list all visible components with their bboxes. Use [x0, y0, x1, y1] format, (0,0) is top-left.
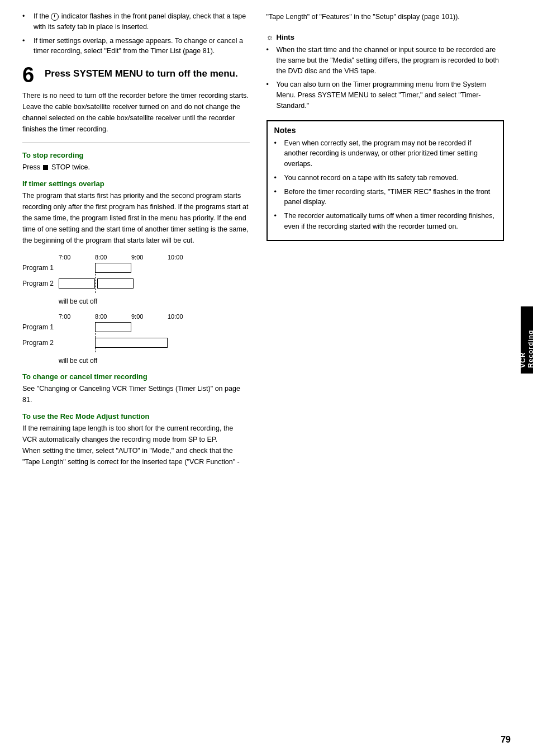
- chart2-cut-label: will be cut off: [59, 357, 250, 365]
- chart1-time-4: 10:00: [168, 254, 204, 261]
- notes-box: Notes • Even when correctly set, the pro…: [266, 120, 504, 241]
- top-bullet-list: • If the indicator flashes in the front …: [22, 11, 250, 56]
- bullet-dot-1: •: [22, 11, 31, 32]
- timer-overlap-body: The program that starts first has priori…: [22, 190, 250, 246]
- page-number: 79: [501, 735, 511, 745]
- chart2-dashed: [95, 324, 96, 352]
- stop-icon: [43, 165, 48, 170]
- timer-icon: [51, 13, 59, 21]
- bullet-item-1: • If the indicator flashes in the front …: [22, 11, 250, 32]
- stop-recording-title: To stop recording: [22, 151, 250, 159]
- right-top-text: "Tape Length" of "Features" in the "Setu…: [266, 11, 504, 22]
- chart2-time-3: 9:00: [131, 313, 168, 320]
- page-container: VCR Recording • If the indicator flashes…: [0, 0, 533, 756]
- rec-mode-line1: If the remaining tape length is too shor…: [22, 423, 250, 445]
- chart2: 7:00 8:00 9:00 10:00 Program 1: [22, 313, 250, 365]
- chart1-time-1: 7:00: [59, 254, 95, 261]
- step6-line2: Leave the cable box/satellite receiver t…: [22, 101, 250, 135]
- rec-mode-title: To use the Rec Mode Adjust function: [22, 412, 250, 420]
- hints-section: ☼ Hints • When the start time and the ch…: [266, 32, 504, 111]
- hints-icon: ☼: [266, 32, 274, 41]
- notes-item-3: • Before the timer recording starts, "TI…: [274, 187, 496, 208]
- chart2-program1-row: Program 1: [22, 322, 250, 332]
- chart2-program2-bar: [95, 338, 168, 348]
- step6-header: 6 Press SYSTEM MENU to turn off the menu…: [22, 64, 250, 86]
- notes-text-4: The recorder automatically turns off whe…: [284, 211, 496, 232]
- chart1: 7:00 8:00 9:00 10:00 Program 1: [22, 254, 250, 305]
- chart1-time-3: 9:00: [131, 254, 168, 261]
- step6-line1: There is no need to turn off the recorde…: [22, 90, 250, 101]
- chart2-program1-label: Program 1: [22, 323, 59, 331]
- rec-mode-line2: When setting the timer, select "AUTO" in…: [22, 445, 250, 467]
- notes-bullet-3: •: [274, 187, 282, 208]
- chart1-axis: 7:00 8:00 9:00 10:00: [59, 254, 250, 261]
- chart1-programs: Program 1 Program 2: [22, 263, 250, 289]
- notes-bullet-1: •: [274, 138, 282, 169]
- chart1-program2-label: Program 2: [22, 280, 59, 287]
- chart1-program2-bar-part1: [59, 278, 95, 289]
- chart1-program1-row: Program 1: [22, 263, 250, 273]
- chart1-program2-row: Program 2: [22, 278, 250, 289]
- notes-item-2: • You cannot record on a tape with its s…: [274, 173, 496, 183]
- divider-1: [22, 143, 250, 143]
- chart1-cut-label: will be cut off: [59, 297, 250, 305]
- main-content: • If the indicator flashes in the front …: [0, 0, 521, 756]
- hints-item-1: • When the start time and the channel or…: [266, 45, 504, 76]
- stop-recording-body: Press STOP twice.: [22, 162, 250, 173]
- rec-mode-section: To use the Rec Mode Adjust function If t…: [22, 412, 250, 467]
- chart2-time-4: 10:00: [168, 313, 204, 320]
- hints-bullet-1: •: [266, 45, 274, 76]
- hints-text-1: When the start time and the channel or i…: [277, 45, 504, 76]
- hints-title: ☼ Hints: [266, 32, 504, 41]
- notes-text-2: You cannot record on a tape with its saf…: [284, 173, 459, 183]
- notes-item-4: • The recorder automatically turns off w…: [274, 211, 496, 232]
- bullet-dot-2: •: [22, 36, 31, 57]
- chart1-program1-label: Program 1: [22, 264, 59, 272]
- timer-overlap-title: If timer settings overlap: [22, 179, 250, 188]
- chart2-programs: Program 1 Program 2: [22, 322, 250, 348]
- step6-number: 6: [22, 64, 39, 86]
- notes-bullet-4: •: [274, 211, 282, 232]
- right-column: "Tape Length" of "Features" in the "Setu…: [261, 11, 504, 745]
- step6-title: Press SYSTEM MENU to turn off the menu.: [45, 64, 238, 80]
- change-cancel-title: To change or cancel timer recording: [22, 372, 250, 381]
- to-stop-recording-section: To stop recording Press STOP twice.: [22, 151, 250, 173]
- notes-text-1: Even when correctly set, the program may…: [284, 138, 496, 169]
- side-tab: VCR Recording: [521, 306, 533, 374]
- bullet-text-1: If the indicator flashes in the front pa…: [34, 11, 250, 32]
- bullet-item-2: • If timer settings overlap, a message a…: [22, 36, 250, 57]
- rec-mode-body: If the remaining tape length is too shor…: [22, 423, 250, 467]
- chart2-program2-label: Program 2: [22, 339, 59, 347]
- step6-body: There is no need to turn off the recorde…: [22, 90, 250, 135]
- notes-text-3: Before the timer recording starts, "TIME…: [284, 187, 496, 208]
- chart1-time-2: 8:00: [95, 254, 131, 261]
- to-change-cancel-section: To change or cancel timer recording See …: [22, 372, 250, 405]
- hints-bullet-2: •: [266, 79, 274, 111]
- hints-title-text: Hints: [276, 33, 294, 41]
- hints-item-2: • You can also turn on the Timer program…: [266, 79, 504, 111]
- chart2-time-2: 8:00: [95, 313, 131, 320]
- notes-bullet-2: •: [274, 173, 282, 183]
- notes-title: Notes: [274, 126, 496, 135]
- chart1-program1-bar: [95, 263, 131, 273]
- chart1-dashed: [95, 265, 96, 293]
- chart2-axis: 7:00 8:00 9:00 10:00: [59, 313, 250, 320]
- left-column: • If the indicator flashes in the front …: [22, 11, 261, 745]
- chart2-program1-bar: [95, 322, 131, 332]
- bullet-text-2: If timer settings overlap, a message app…: [34, 36, 250, 57]
- notes-item-1: • Even when correctly set, the program m…: [274, 138, 496, 169]
- hints-text-2: You can also turn on the Timer programmi…: [277, 79, 504, 111]
- change-cancel-body: See "Changing or Canceling VCR Timer Set…: [22, 383, 250, 405]
- timer-overlap-section: If timer settings overlap The program th…: [22, 179, 250, 246]
- chart1-program2-bar-part2: [97, 278, 134, 289]
- chart2-time-1: 7:00: [59, 313, 95, 320]
- chart2-program2-row: Program 2: [22, 338, 250, 348]
